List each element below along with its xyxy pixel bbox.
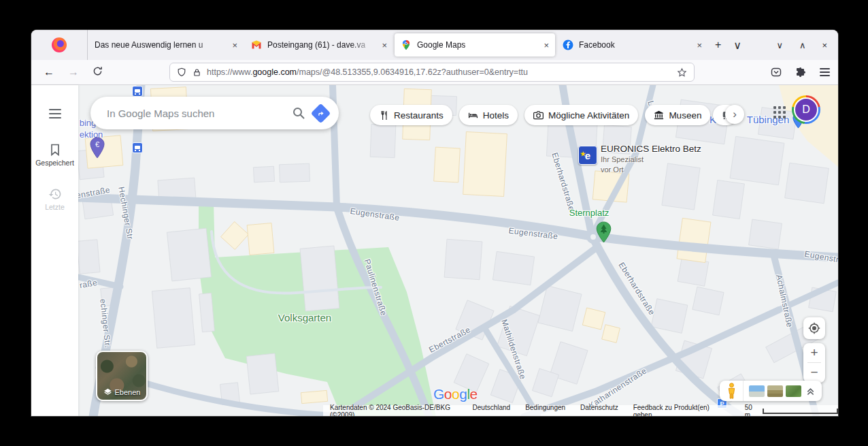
avatar-letter: D [794, 97, 818, 122]
streetview-bar [720, 381, 822, 401]
map-canvas[interactable]: RestaurantsHotelsMögliche AktivitätenMus… [78, 85, 838, 416]
chip-museen[interactable]: Museen [645, 105, 710, 125]
chip-label: Hotels [483, 110, 509, 121]
star-icon: ★ [580, 150, 586, 157]
expand-imagery-button[interactable] [805, 386, 816, 396]
gmail-icon [251, 39, 262, 50]
layers-icon [103, 387, 112, 396]
page-content: Gespeichert Letzte [31, 85, 838, 416]
maximize-button[interactable]: ∧ [799, 40, 806, 50]
firefox-menu-zone[interactable] [31, 30, 88, 60]
my-location-button[interactable] [803, 317, 825, 339]
park-label-volksgarten[interactable]: Volksgarten [278, 312, 331, 323]
shield-icon[interactable] [177, 67, 186, 77]
chip-m-gliche-aktivit-ten[interactable]: Mögliche Aktivitäten [524, 105, 638, 125]
tab-maps[interactable]: Google Maps× [395, 33, 555, 57]
account-avatar[interactable]: D [792, 95, 820, 124]
sidebar-item-recent[interactable]: Letzte [31, 187, 78, 211]
maps-sidebar: Gespeichert Letzte [31, 85, 78, 416]
attribution-text: Kartendaten © 2024 GeoBasis-DE/BKG (©200… [330, 404, 458, 417]
museum-icon [654, 110, 664, 121]
saved-label: Gespeichert [35, 159, 74, 167]
business-sub2: vor Ort [601, 165, 701, 174]
navigation-bar: ← → https://www.google.com/maps/@48.5133… [31, 60, 838, 85]
forward-button[interactable]: → [61, 66, 86, 78]
tab-strip: Das neue Auswendig lernen u×Posteingang … [88, 30, 709, 60]
google-apps-grid-icon[interactable] [767, 99, 787, 120]
imagery-thumbnails [749, 385, 801, 397]
chip-label: Museen [669, 110, 701, 121]
tab-facebook[interactable]: Facebook× [556, 33, 708, 57]
my-location-icon [808, 322, 820, 334]
maps-search-box[interactable] [90, 97, 339, 129]
atm-euro-pin[interactable]: € [90, 137, 105, 161]
search-icon [292, 106, 305, 120]
maps-menu-button[interactable] [45, 105, 65, 123]
attribution-link[interactable]: Datenschutz [580, 404, 618, 417]
imagery-thumb[interactable] [786, 385, 801, 397]
search-input[interactable] [105, 107, 284, 120]
tab-close-button[interactable]: × [382, 41, 387, 50]
tab-gmail[interactable]: Posteingang (61) - dave.va× [245, 33, 393, 57]
new-tab-button[interactable]: + [709, 39, 727, 51]
pegman[interactable] [720, 381, 744, 401]
chips-scroll-next-button[interactable]: › [725, 105, 744, 124]
double-chevron-up-icon [805, 386, 816, 396]
extensions-puzzle-icon[interactable] [795, 67, 806, 78]
svg-text:€: € [95, 140, 99, 148]
pocket-icon[interactable] [771, 67, 782, 78]
zoom-controls: + − [803, 343, 825, 383]
chip-label: Restaurants [394, 110, 444, 121]
sidebar-item-saved[interactable]: Gespeichert [31, 143, 78, 167]
map-attribution: Kartendaten © 2024 GeoBasis-DE/BKG (©200… [323, 405, 838, 416]
restaurants-icon [379, 110, 389, 121]
hotels-icon [468, 110, 478, 121]
chip-hotels[interactable]: Hotels [459, 105, 518, 125]
toolbar-right [771, 67, 830, 78]
directions-button[interactable] [311, 103, 331, 123]
directions-icon [316, 109, 325, 118]
search-button[interactable] [284, 106, 314, 120]
layers-button[interactable]: Ebenen [96, 351, 148, 401]
attribution-link[interactable]: Bedingungen [525, 404, 565, 417]
map-scale: 50 m [745, 404, 838, 417]
zoom-in-button[interactable]: + [803, 343, 825, 362]
scale-bar [763, 409, 838, 414]
bookmark-star-icon[interactable] [677, 67, 687, 78]
imagery-thumb[interactable] [767, 385, 783, 397]
zoom-out-button[interactable]: − [803, 363, 825, 382]
transit-stop-marker[interactable] [132, 142, 143, 153]
map-base-art [78, 85, 838, 416]
google-maps-icon [401, 39, 412, 50]
roundabout-center [590, 234, 596, 240]
back-button[interactable]: ← [37, 66, 61, 78]
url-bar[interactable]: https://www.google.com/maps/@48.513355,9… [169, 63, 695, 82]
attribution-link[interactable]: Feedback zu Produkt(en) geben [633, 404, 718, 417]
tab-list-button[interactable]: ∨ [727, 39, 748, 52]
euronics-logo-marker[interactable]: ★e [578, 146, 597, 165]
business-label[interactable]: EURONICS Elektro Betz Ihr Spezialist vor… [601, 145, 701, 174]
transit-stop-marker[interactable] [132, 86, 143, 97]
url-text: https://www.google.com/maps/@48.513355,9… [207, 67, 677, 77]
recent-label: Letzte [45, 203, 65, 211]
app-menu-icon[interactable] [820, 68, 830, 76]
park2-label-sternplatz[interactable]: Sternplatz [569, 208, 610, 218]
tab-memorize[interactable]: Das neue Auswendig lernen u× [88, 33, 244, 57]
minimize-button[interactable]: ∨ [776, 40, 783, 50]
reload-icon [93, 66, 103, 76]
window-controls: ∨ ∧ × [776, 40, 827, 50]
close-window-button[interactable]: × [822, 40, 827, 50]
history-icon [48, 187, 62, 201]
business-name: EURONICS Elektro Betz [601, 145, 701, 153]
tab-close-button[interactable]: × [232, 41, 237, 50]
sternplatz-tree-pin[interactable] [596, 221, 612, 246]
attribution-link[interactable]: Deutschland [473, 404, 511, 417]
imagery-thumb[interactable] [749, 385, 765, 397]
google-logo[interactable]: Google [433, 386, 478, 402]
tab-close-button[interactable]: × [697, 41, 702, 50]
tab-close-button[interactable]: × [544, 41, 549, 50]
scale-label: 50 m [745, 404, 758, 417]
reload-button[interactable] [86, 66, 110, 79]
chip-restaurants[interactable]: Restaurants [370, 105, 452, 125]
tab-title: Das neue Auswendig lernen u [95, 40, 227, 50]
